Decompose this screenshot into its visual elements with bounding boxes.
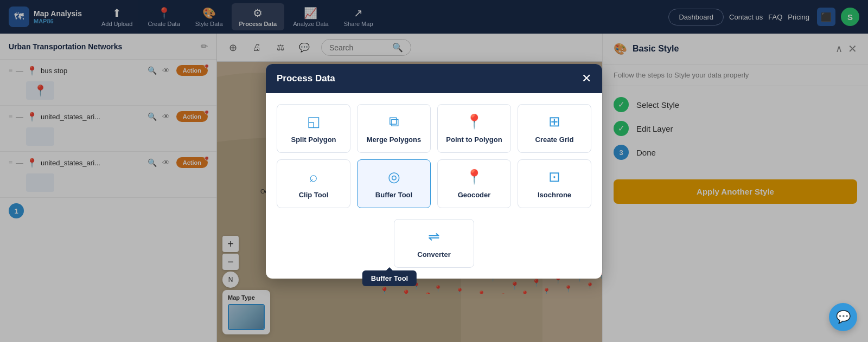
chat-icon: 💬 [836, 310, 851, 324]
geocoder-label: Geocoder [458, 191, 491, 199]
modal-footer: ⇌ Converter [266, 219, 602, 279]
isochrone-label: Isochrone [538, 191, 571, 199]
modal-header: Process Data ✕ [266, 64, 602, 93]
converter-label: Converter [417, 250, 450, 259]
modal-title: Process Data [277, 73, 335, 84]
buffer-tool-tooltip: Buffer Tool [362, 270, 417, 286]
buffer-tool-icon: ◎ [388, 169, 400, 185]
tool-card-point-to-polygon[interactable]: 📍 Point to Polygon [437, 104, 511, 153]
tool-card-buffer-tool[interactable]: ◎ Buffer Tool [357, 159, 431, 208]
buffer-tool-label: Buffer Tool [375, 191, 412, 199]
split-polygon-icon: ◱ [307, 113, 321, 130]
converter-icon: ⇌ [428, 228, 440, 245]
point-to-polygon-icon: 📍 [465, 113, 483, 130]
isochrone-icon: ⊡ [548, 169, 560, 185]
tool-card-isochrone[interactable]: ⊡ Isochrone [518, 159, 591, 208]
clip-tool-label: Clip Tool [299, 191, 329, 199]
tool-card-geocoder[interactable]: 📍 Geocoder [437, 159, 511, 208]
process-data-modal: Process Data ✕ ◱ Split Polygon ⧉ Merge P… [266, 64, 602, 279]
modal-body: ◱ Split Polygon ⧉ Merge Polygons 📍 Point… [266, 93, 602, 219]
tool-card-split-polygon[interactable]: ◱ Split Polygon [277, 104, 350, 153]
merge-polygons-icon: ⧉ [389, 113, 399, 130]
tool-card-clip-tool[interactable]: ⌕ Clip Tool [277, 159, 350, 208]
chat-bubble[interactable]: 💬 [829, 303, 857, 331]
tool-card-merge-polygons[interactable]: ⧉ Merge Polygons [357, 104, 431, 153]
modal-close-button[interactable]: ✕ [582, 73, 591, 85]
modal-overlay[interactable]: Process Data ✕ ◱ Split Polygon ⧉ Merge P… [0, 0, 868, 342]
tool-card-create-grid[interactable]: ⊞ Create Grid [518, 104, 591, 153]
split-polygon-label: Split Polygon [291, 135, 336, 144]
geocoder-icon: 📍 [465, 169, 483, 185]
point-to-polygon-label: Point to Polygon [446, 135, 502, 144]
clip-tool-icon: ⌕ [309, 169, 318, 185]
tool-card-converter[interactable]: ⇌ Converter [394, 219, 474, 268]
create-grid-label: Create Grid [535, 135, 574, 144]
create-grid-icon: ⊞ [548, 113, 560, 130]
merge-polygons-label: Merge Polygons [367, 135, 421, 144]
